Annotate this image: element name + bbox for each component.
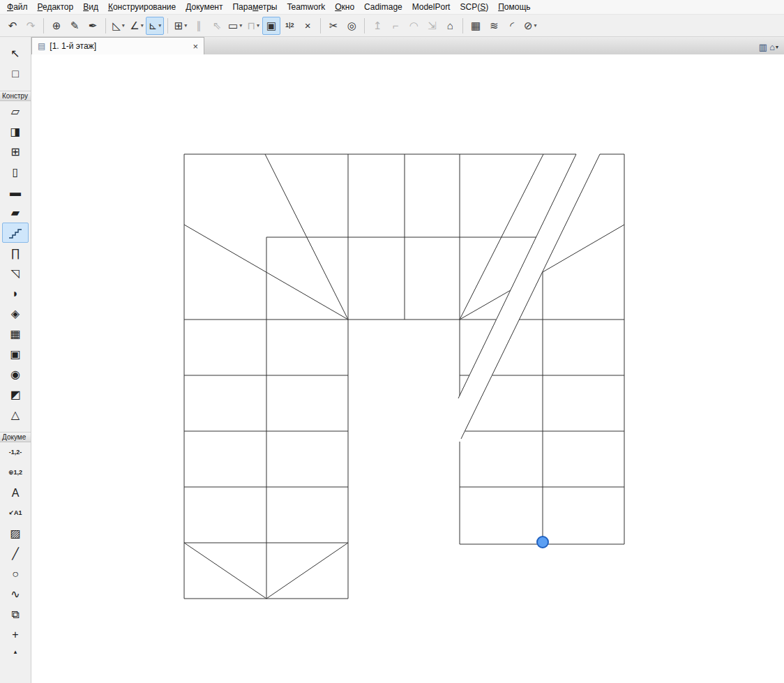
fit-in-window-button[interactable]: ⌂ [441,17,459,35]
selection-hotspot[interactable] [537,536,548,548]
resize-button[interactable]: ⇲ [423,17,441,35]
floor-plan-icon: ▤ [38,41,45,51]
marquee-icon: □ [12,68,19,80]
menu-item-scp[interactable]: SCP(S) [455,0,493,14]
snap-grid-button[interactable]: ⊞▾ [172,17,190,35]
railing-icon: ∏ [10,248,20,259]
menu-item-document[interactable]: Документ [181,0,227,14]
undo-button[interactable]: ↶ [3,17,22,35]
arrow-tool[interactable]: ↖ [2,43,29,63]
fill-tool[interactable]: ▨ [2,523,29,543]
dimension-tool[interactable]: -1,2- [2,442,29,463]
scissors-icon: ✂ [329,20,338,31]
circle-tool[interactable]: ○ [2,564,29,584]
undo-icon: ↶ [8,20,17,31]
tab-label: [1. 1-й этаж] [50,41,96,51]
tab-close-icon[interactable]: × [193,42,198,51]
multiply-button[interactable]: ▦ [467,17,485,35]
window-tool[interactable]: ⊞ [2,142,29,162]
curve-button[interactable]: ◠ [405,17,423,35]
slab-tool[interactable]: ▰ [2,202,29,223]
guide-lines-button[interactable]: ∠▾ [128,17,146,35]
dimension-icon: -1,2- [9,449,22,456]
shell-tool[interactable]: ◗ [2,283,29,303]
text-tool[interactable]: A [2,483,29,503]
marquee-frame-button[interactable]: ▭▾ [226,17,244,35]
cursor-icon: ⇖ [213,20,222,31]
arc-icon: ◠ [409,20,419,31]
toolbar-separator [320,18,321,33]
redo-icon: ↷ [27,20,36,31]
adjust-button[interactable]: ↥ [368,17,386,35]
snap-guides-button[interactable]: ⊾▾ [146,17,164,35]
circle-icon: ○ [12,569,19,580]
tab-floor-plan[interactable]: ▤ [1. 1-й этаж] × [31,37,204,54]
menu-item-cadimage[interactable]: Cadimage [359,0,407,14]
menu-item-window[interactable]: Окно [330,0,359,14]
brush-icon: ≋ [490,20,499,31]
marquee-tool[interactable]: □ [2,63,29,84]
lamp-tool[interactable]: ◉ [2,364,29,384]
trim-button[interactable]: ◎ [342,17,361,35]
door-icon: ◨ [10,126,20,137]
zoom-pick-button[interactable]: ⊕ [47,17,66,35]
spline-tool[interactable]: ∿ [2,584,29,604]
hotspot-tool[interactable]: + [2,624,29,645]
menu-item-options[interactable]: Параметры [227,0,282,14]
menu-item-view[interactable]: Вид [78,0,103,14]
zone-icon: ◩ [10,389,20,400]
redo-button[interactable]: ↷ [22,17,40,35]
main-toolbar: ↶↷⊕✎✒◺▾∠▾⊾▾⊞▾∥⇖▭▾⊓▾▣1|2×✂◎↥⌐◠⇲⌂▦≋◜⊘▾ [0,14,784,37]
wall-icon: ▱ [11,106,20,117]
floor-plan-icon: ▤ [38,41,45,51]
label-tool[interactable]: ↙A1 [2,503,29,523]
railing-tool[interactable]: ∏ [2,243,29,263]
pick-up-parameters-button[interactable]: ✎ [66,17,84,35]
stair-plan-drawing [31,54,784,683]
menu-item-teamwork[interactable]: Teamwork [282,0,330,14]
explode-button[interactable]: × [299,17,317,35]
beam-tool[interactable]: ▬ [2,182,29,202]
extend-button[interactable]: ⌐ [386,17,405,35]
door-tool[interactable]: ◨ [2,121,29,142]
fillet-button[interactable]: ◜ [503,17,521,35]
morph-icon: ◈ [11,308,20,320]
zone-tool[interactable]: ◩ [2,384,29,405]
object-tool[interactable]: ▣ [2,344,29,364]
column-tool[interactable]: ▯ [2,162,29,182]
menu-item-help[interactable]: Помощь [493,0,535,14]
roof-tool[interactable]: ◹ [2,263,29,283]
line-tool[interactable]: ╱ [2,543,29,564]
mesh-tool[interactable]: △ [2,405,29,425]
quick-views-button[interactable]: ▥ [759,43,767,52]
dropdown-arrow-icon: ▾ [239,23,242,29]
suspend-groups-button[interactable]: ▣ [262,17,280,35]
toolbox-section-document[interactable]: Докуме [0,432,31,442]
snap-guide-icon: ⊾ [149,20,158,31]
pop-up-navigator-button[interactable]: ⌂▾ [769,43,778,52]
gravity-icon: ∥ [196,20,202,31]
wall-tool[interactable]: ▱ [2,101,29,121]
split-button[interactable]: ✂ [324,17,342,35]
gravity-button[interactable]: ∥ [190,17,208,35]
menu-item-modelport[interactable]: ModelPort [407,0,455,14]
menu-item-edit[interactable]: Редактор [33,0,79,14]
eraser-button[interactable]: ⊘▾ [521,17,539,35]
toolbox-section-design[interactable]: Констру [0,91,31,101]
views-icon: ▥ [759,43,767,52]
toolbox-scroll-button[interactable]: ▴ [2,646,29,657]
radial-dimension-tool[interactable]: ⊕1,2 [2,463,29,483]
curtain-wall-tool[interactable]: ▦ [2,324,29,344]
morph-tool[interactable]: ◈ [2,303,29,324]
renovation-button[interactable]: ≋ [485,17,503,35]
stair-tool[interactable] [2,223,29,243]
cursor-snap-button[interactable]: ⇖ [208,17,226,35]
menu-item-file[interactable]: Файл [2,0,33,14]
slope-button[interactable]: ◺▾ [110,17,128,35]
menu-item-design[interactable]: Конструирование [103,0,181,14]
drawing-canvas[interactable] [31,54,784,683]
lock-button[interactable]: ⊓▾ [244,17,262,35]
inject-parameters-button[interactable]: ✒ [84,17,102,35]
figure-tool[interactable]: ⧉ [2,604,29,624]
floor-numbers-button[interactable]: 1|2 [280,17,299,35]
